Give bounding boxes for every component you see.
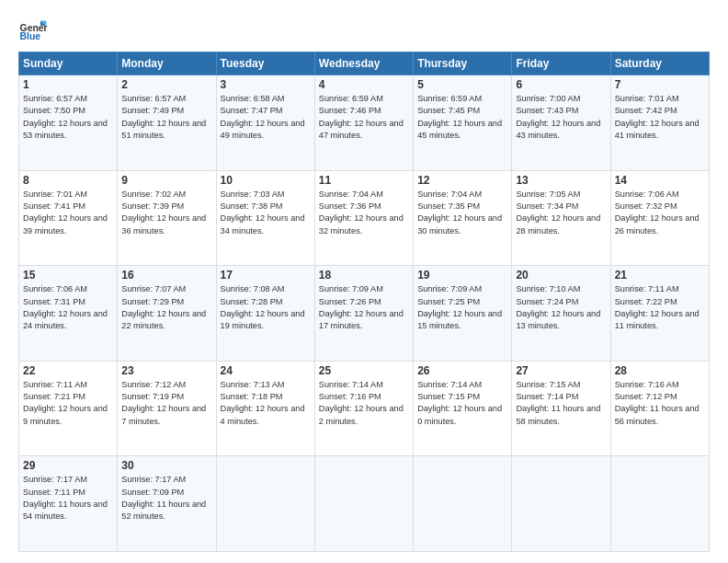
day-number: 4 [319, 78, 409, 91]
calendar-cell: 19Sunrise: 7:09 AMSunset: 7:25 PMDayligh… [414, 266, 512, 362]
day-number: 10 [221, 174, 311, 187]
calendar-cell: 23Sunrise: 7:12 AMSunset: 7:19 PMDayligh… [118, 361, 216, 456]
day-info: Sunrise: 7:17 AMSunset: 7:09 PMDaylight:… [121, 474, 211, 523]
weekday-header-sunday: Sunday [19, 52, 118, 75]
day-info: Sunrise: 7:02 AMSunset: 7:39 PMDaylight:… [121, 189, 211, 237]
day-number: 19 [417, 269, 507, 282]
calendar-cell [216, 456, 314, 552]
logo: General Blue [18, 15, 51, 44]
day-number: 11 [319, 174, 409, 187]
page: General Blue SundayMondayTuesdayWednesda… [0, 0, 728, 563]
day-info: Sunrise: 7:08 AMSunset: 7:28 PMDaylight:… [221, 283, 311, 332]
calendar-cell [610, 456, 709, 552]
day-number: 28 [615, 364, 705, 377]
day-info: Sunrise: 7:11 AMSunset: 7:22 PMDaylight:… [615, 283, 705, 332]
day-number: 18 [319, 269, 409, 282]
calendar-cell: 11Sunrise: 7:04 AMSunset: 7:36 PMDayligh… [314, 170, 413, 266]
day-number: 1 [23, 78, 113, 91]
calendar-header-row: SundayMondayTuesdayWednesdayThursdayFrid… [19, 52, 710, 75]
day-info: Sunrise: 7:04 AMSunset: 7:36 PMDaylight:… [319, 189, 409, 237]
calendar-cell: 1Sunrise: 6:57 AMSunset: 7:50 PMDaylight… [19, 75, 118, 171]
day-number: 21 [615, 269, 705, 282]
calendar-cell [512, 456, 610, 552]
day-number: 2 [121, 78, 211, 91]
day-number: 9 [121, 174, 211, 187]
weekday-header-saturday: Saturday [610, 52, 709, 75]
day-info: Sunrise: 7:05 AMSunset: 7:34 PMDaylight:… [516, 189, 606, 237]
day-info: Sunrise: 7:14 AMSunset: 7:16 PMDaylight:… [319, 379, 409, 428]
calendar-cell: 9Sunrise: 7:02 AMSunset: 7:39 PMDaylight… [118, 170, 216, 266]
day-number: 29 [23, 459, 113, 472]
day-number: 27 [516, 364, 606, 377]
day-info: Sunrise: 7:06 AMSunset: 7:32 PMDaylight:… [615, 189, 705, 237]
day-info: Sunrise: 7:16 AMSunset: 7:12 PMDaylight:… [615, 379, 705, 428]
calendar-cell: 25Sunrise: 7:14 AMSunset: 7:16 PMDayligh… [314, 361, 413, 456]
day-number: 6 [516, 78, 606, 91]
day-info: Sunrise: 7:13 AMSunset: 7:18 PMDaylight:… [221, 379, 311, 428]
day-number: 17 [221, 269, 311, 282]
calendar-cell: 20Sunrise: 7:10 AMSunset: 7:24 PMDayligh… [512, 266, 610, 362]
weekday-header-tuesday: Tuesday [216, 52, 314, 75]
calendar-cell: 8Sunrise: 7:01 AMSunset: 7:41 PMDaylight… [19, 170, 118, 266]
calendar-cell: 18Sunrise: 7:09 AMSunset: 7:26 PMDayligh… [314, 266, 413, 362]
weekday-header-wednesday: Wednesday [314, 52, 413, 75]
day-info: Sunrise: 7:09 AMSunset: 7:26 PMDaylight:… [319, 283, 409, 332]
calendar-cell: 6Sunrise: 7:00 AMSunset: 7:43 PMDaylight… [512, 75, 610, 171]
calendar-cell [314, 456, 413, 552]
day-info: Sunrise: 7:03 AMSunset: 7:38 PMDaylight:… [221, 189, 311, 237]
calendar-cell: 27Sunrise: 7:15 AMSunset: 7:14 PMDayligh… [512, 361, 610, 456]
calendar-week-row: 22Sunrise: 7:11 AMSunset: 7:21 PMDayligh… [19, 361, 710, 456]
day-number: 25 [319, 364, 409, 377]
day-number: 14 [615, 174, 705, 187]
day-info: Sunrise: 7:07 AMSunset: 7:29 PMDaylight:… [121, 283, 211, 332]
calendar-cell: 5Sunrise: 6:59 AMSunset: 7:45 PMDaylight… [414, 75, 512, 171]
day-info: Sunrise: 7:10 AMSunset: 7:24 PMDaylight:… [516, 283, 606, 332]
calendar-cell: 3Sunrise: 6:58 AMSunset: 7:47 PMDaylight… [216, 75, 314, 171]
day-number: 15 [23, 269, 113, 282]
calendar-cell [414, 456, 512, 552]
calendar-cell: 7Sunrise: 7:01 AMSunset: 7:42 PMDaylight… [610, 75, 709, 171]
calendar-cell: 4Sunrise: 6:59 AMSunset: 7:46 PMDaylight… [314, 75, 413, 171]
svg-text:Blue: Blue [20, 31, 41, 41]
day-info: Sunrise: 6:57 AMSunset: 7:50 PMDaylight:… [23, 93, 113, 142]
calendar-cell: 16Sunrise: 7:07 AMSunset: 7:29 PMDayligh… [118, 266, 216, 362]
calendar-cell: 15Sunrise: 7:06 AMSunset: 7:31 PMDayligh… [19, 266, 118, 362]
weekday-header-thursday: Thursday [414, 52, 512, 75]
day-number: 13 [516, 174, 606, 187]
calendar-table: SundayMondayTuesdayWednesdayThursdayFrid… [18, 52, 710, 552]
calendar-cell: 22Sunrise: 7:11 AMSunset: 7:21 PMDayligh… [19, 361, 118, 456]
day-info: Sunrise: 7:01 AMSunset: 7:41 PMDaylight:… [23, 189, 113, 237]
day-number: 24 [221, 364, 311, 377]
day-info: Sunrise: 7:15 AMSunset: 7:14 PMDaylight:… [516, 379, 606, 428]
day-number: 20 [516, 269, 606, 282]
day-info: Sunrise: 6:59 AMSunset: 7:46 PMDaylight:… [319, 93, 409, 142]
day-info: Sunrise: 7:11 AMSunset: 7:21 PMDaylight:… [23, 379, 113, 428]
calendar-cell: 10Sunrise: 7:03 AMSunset: 7:38 PMDayligh… [216, 170, 314, 266]
day-info: Sunrise: 7:06 AMSunset: 7:31 PMDaylight:… [23, 283, 113, 332]
day-number: 23 [121, 364, 211, 377]
header: General Blue [18, 15, 710, 44]
calendar-cell: 17Sunrise: 7:08 AMSunset: 7:28 PMDayligh… [216, 266, 314, 362]
calendar-cell: 28Sunrise: 7:16 AMSunset: 7:12 PMDayligh… [610, 361, 709, 456]
weekday-header-friday: Friday [512, 52, 610, 75]
day-info: Sunrise: 6:58 AMSunset: 7:47 PMDaylight:… [221, 93, 311, 142]
calendar-cell: 30Sunrise: 7:17 AMSunset: 7:09 PMDayligh… [118, 456, 216, 552]
day-number: 26 [417, 364, 507, 377]
calendar-cell: 14Sunrise: 7:06 AMSunset: 7:32 PMDayligh… [610, 170, 709, 266]
day-number: 16 [121, 269, 211, 282]
day-info: Sunrise: 6:59 AMSunset: 7:45 PMDaylight:… [417, 93, 507, 142]
calendar-week-row: 1Sunrise: 6:57 AMSunset: 7:50 PMDaylight… [19, 75, 710, 171]
day-info: Sunrise: 7:00 AMSunset: 7:43 PMDaylight:… [516, 93, 606, 142]
logo-icon: General Blue [18, 15, 48, 44]
calendar-week-row: 29Sunrise: 7:17 AMSunset: 7:11 PMDayligh… [19, 456, 710, 552]
weekday-header-monday: Monday [118, 52, 216, 75]
day-number: 5 [417, 78, 507, 91]
calendar-cell: 29Sunrise: 7:17 AMSunset: 7:11 PMDayligh… [19, 456, 118, 552]
day-info: Sunrise: 6:57 AMSunset: 7:49 PMDaylight:… [121, 93, 211, 142]
calendar-cell: 13Sunrise: 7:05 AMSunset: 7:34 PMDayligh… [512, 170, 610, 266]
calendar-cell: 2Sunrise: 6:57 AMSunset: 7:49 PMDaylight… [118, 75, 216, 171]
day-number: 7 [615, 78, 705, 91]
day-info: Sunrise: 7:01 AMSunset: 7:42 PMDaylight:… [615, 93, 705, 142]
calendar-week-row: 8Sunrise: 7:01 AMSunset: 7:41 PMDaylight… [19, 170, 710, 266]
day-number: 22 [23, 364, 113, 377]
